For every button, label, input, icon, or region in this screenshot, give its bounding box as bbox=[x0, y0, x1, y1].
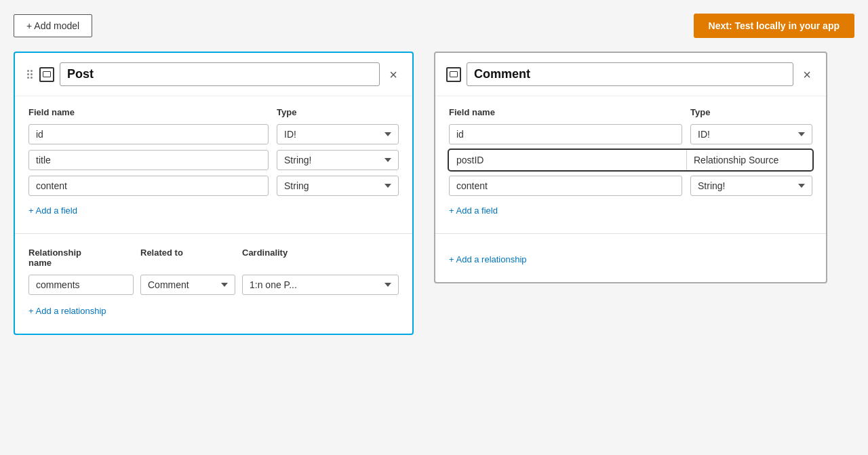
next-button[interactable]: Next: Test locally in your app bbox=[694, 14, 854, 38]
post-content-type-select[interactable]: String ID! String! bbox=[277, 176, 399, 196]
post-rel-related-select[interactable]: Comment Post bbox=[140, 275, 235, 295]
post-field-row-title: String! ID! String bbox=[28, 150, 399, 170]
post-model-header: × bbox=[15, 53, 412, 96]
post-rel-name-input[interactable] bbox=[28, 275, 134, 295]
post-field-row-id: ID! String! String bbox=[28, 124, 399, 144]
comment-content-field-input[interactable] bbox=[449, 176, 682, 196]
post-rel-cardinality-header: Cardinality bbox=[242, 248, 399, 268]
comment-fields-header: Field name Type bbox=[449, 107, 812, 117]
post-relationships-section: Relationshipname Related to Cardinality … bbox=[15, 242, 412, 320]
post-divider bbox=[15, 233, 412, 234]
comment-type-header: Type bbox=[690, 107, 812, 117]
post-rel-related-header: Related to bbox=[140, 248, 235, 268]
post-model-card: × Field name Type ID! String! String Str… bbox=[14, 52, 414, 335]
post-type-header: Type bbox=[277, 107, 399, 117]
post-field-row-content: String ID! String! bbox=[28, 176, 399, 196]
post-model-name-input[interactable] bbox=[60, 62, 380, 86]
comment-add-field-button[interactable]: + Add a field bbox=[449, 201, 498, 220]
models-container: × Field name Type ID! String! String Str… bbox=[14, 52, 854, 335]
comment-field-row-id: ID! String! String bbox=[449, 124, 812, 144]
post-close-button[interactable]: × bbox=[385, 66, 401, 83]
drag-handle[interactable] bbox=[26, 68, 34, 80]
post-add-relationship-button[interactable]: + Add a relationship bbox=[28, 302, 106, 320]
comment-field-row-content: String! ID! String bbox=[449, 176, 812, 196]
post-rel-cardinality-select[interactable]: 1:n one P... 1:1 n:m bbox=[242, 275, 399, 295]
comment-fields-section: Field name Type ID! String! String Relat… bbox=[435, 96, 826, 225]
comment-field-name-header: Field name bbox=[449, 107, 690, 117]
comment-content-type-select[interactable]: String! ID! String bbox=[690, 176, 812, 196]
model-icon bbox=[39, 67, 54, 82]
comment-relationships-section: + Add a relationship bbox=[435, 242, 826, 269]
post-id-type-select[interactable]: ID! String! String bbox=[277, 124, 399, 144]
post-rel-row-comments: Comment Post 1:n one P... 1:1 n:m bbox=[28, 275, 399, 295]
comment-model-card: × Field name Type ID! String! String Rel… bbox=[434, 52, 827, 283]
comment-model-header: × bbox=[435, 53, 826, 96]
comment-model-name-input[interactable] bbox=[467, 62, 793, 86]
post-rel-name-header: Relationshipname bbox=[28, 248, 134, 268]
comment-relationship-source-label: Relationship Source bbox=[687, 151, 812, 170]
comment-divider bbox=[435, 233, 826, 234]
top-bar: + Add model Next: Test locally in your a… bbox=[14, 14, 854, 38]
comment-field-row-postid: Relationship Source bbox=[449, 150, 812, 170]
post-add-field-button[interactable]: + Add a field bbox=[28, 201, 77, 220]
comment-postid-field-input[interactable] bbox=[449, 150, 687, 170]
post-field-name-header: Field name bbox=[28, 107, 277, 117]
comment-model-icon bbox=[446, 67, 461, 82]
comment-close-button[interactable]: × bbox=[799, 66, 815, 83]
post-id-field-input[interactable] bbox=[28, 124, 269, 144]
comment-id-type-select[interactable]: ID! String! String bbox=[690, 124, 812, 144]
post-fields-header: Field name Type bbox=[28, 107, 399, 117]
post-title-type-select[interactable]: String! ID! String bbox=[277, 150, 399, 170]
comment-add-relationship-button[interactable]: + Add a relationship bbox=[449, 250, 527, 269]
post-rel-headers: Relationshipname Related to Cardinality bbox=[28, 248, 399, 268]
comment-id-field-input[interactable] bbox=[449, 124, 682, 144]
add-model-button[interactable]: + Add model bbox=[14, 14, 92, 37]
post-fields-section: Field name Type ID! String! String Strin… bbox=[15, 96, 412, 225]
post-title-field-input[interactable] bbox=[28, 150, 269, 170]
post-content-field-input[interactable] bbox=[28, 176, 269, 196]
